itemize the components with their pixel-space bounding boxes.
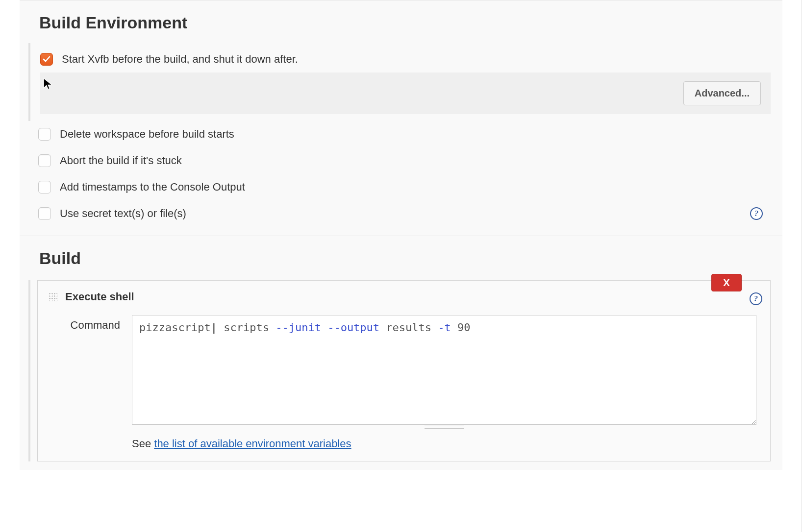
command-label: Command: [51, 315, 120, 332]
delete-workspace-label: Delete workspace before build starts: [60, 128, 234, 141]
execute-shell-step: X ? Execute shell Command pizzascript| s…: [37, 280, 771, 461]
build-section: Build X ? Execute shell Command pizzascr…: [20, 236, 782, 470]
secret-text-label: Use secret text(s) or file(s): [60, 207, 186, 220]
build-title: Build: [39, 249, 782, 268]
secret-text-row[interactable]: Use secret text(s) or file(s) ?: [28, 200, 782, 227]
step-title: Execute shell: [65, 290, 134, 303]
xvfb-label: Start Xvfb before the build, and shut it…: [62, 53, 298, 66]
timestamps-label: Add timestamps to the Console Output: [60, 181, 245, 193]
advanced-button[interactable]: Advanced...: [683, 81, 761, 105]
xvfb-checkbox[interactable]: [40, 53, 53, 66]
abort-stuck-label: Abort the build if it's stuck: [60, 154, 182, 167]
timestamps-checkbox[interactable]: [38, 181, 51, 193]
env-hint-prefix: See: [132, 437, 154, 450]
xvfb-option-block: Start Xvfb before the build, and shut it…: [28, 43, 782, 121]
abort-stuck-row[interactable]: Abort the build if it's stuck: [28, 147, 782, 174]
abort-stuck-checkbox[interactable]: [38, 154, 51, 167]
delete-workspace-checkbox[interactable]: [38, 128, 51, 141]
xvfb-option-row[interactable]: Start Xvfb before the build, and shut it…: [30, 46, 782, 73]
drag-handle-icon[interactable]: [49, 292, 57, 301]
help-icon[interactable]: ?: [750, 207, 763, 220]
secret-text-checkbox[interactable]: [38, 207, 51, 220]
env-variables-link[interactable]: the list of available environment variab…: [154, 437, 351, 450]
command-textarea[interactable]: [132, 315, 756, 425]
build-step-wrap: X ? Execute shell Command pizzascript| s…: [28, 280, 771, 461]
delete-workspace-row[interactable]: Delete workspace before build starts: [28, 121, 782, 147]
env-variables-hint: See the list of available environment va…: [132, 437, 756, 450]
xvfb-advanced-bar: Advanced...: [40, 73, 771, 114]
step-header: Execute shell: [38, 281, 770, 310]
build-environment-title: Build Environment: [39, 13, 782, 32]
build-environment-section: Build Environment Start Xvfb before the …: [20, 0, 782, 236]
timestamps-row[interactable]: Add timestamps to the Console Output: [28, 174, 782, 200]
